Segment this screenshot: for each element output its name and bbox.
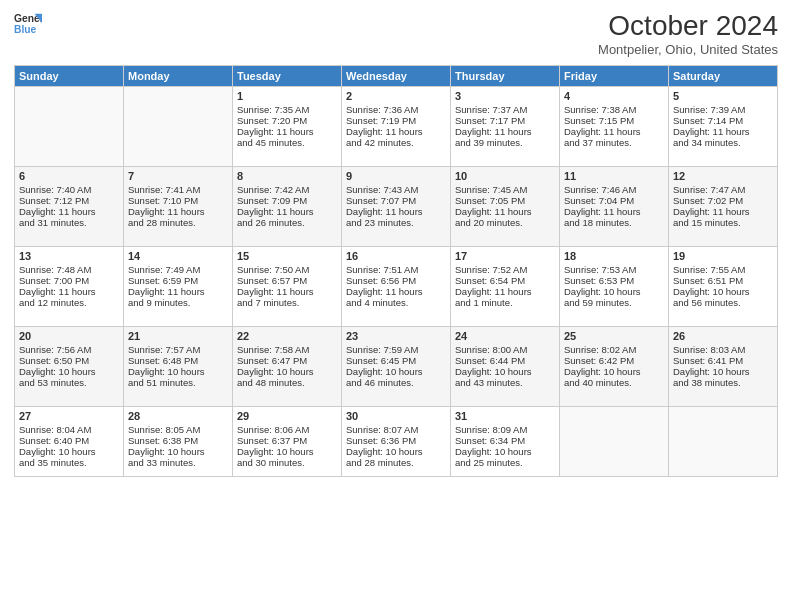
day-info-line: and 45 minutes. — [237, 137, 337, 148]
day-info-line: Sunrise: 7:42 AM — [237, 184, 337, 195]
day-number: 15 — [237, 250, 337, 262]
day-number: 5 — [673, 90, 773, 102]
day-info-line: and 28 minutes. — [346, 457, 446, 468]
day-info-line: Daylight: 10 hours — [346, 446, 446, 457]
day-number: 29 — [237, 410, 337, 422]
col-friday: Friday — [560, 66, 669, 87]
day-info-line: Sunrise: 8:06 AM — [237, 424, 337, 435]
day-number: 19 — [673, 250, 773, 262]
day-info-line: and 39 minutes. — [455, 137, 555, 148]
day-info-line: Sunrise: 7:51 AM — [346, 264, 446, 275]
day-number: 8 — [237, 170, 337, 182]
day-info-line: Sunrise: 8:09 AM — [455, 424, 555, 435]
day-info-line: Sunset: 7:15 PM — [564, 115, 664, 126]
day-number: 3 — [455, 90, 555, 102]
day-info-line: Sunrise: 7:38 AM — [564, 104, 664, 115]
day-info-line: Daylight: 10 hours — [128, 366, 228, 377]
day-number: 6 — [19, 170, 119, 182]
table-row: 8Sunrise: 7:42 AMSunset: 7:09 PMDaylight… — [233, 167, 342, 247]
day-info-line: Daylight: 10 hours — [19, 446, 119, 457]
day-number: 14 — [128, 250, 228, 262]
day-info-line: Daylight: 11 hours — [346, 206, 446, 217]
day-info-line: Sunrise: 8:03 AM — [673, 344, 773, 355]
table-row: 4Sunrise: 7:38 AMSunset: 7:15 PMDaylight… — [560, 87, 669, 167]
day-info-line: and 25 minutes. — [455, 457, 555, 468]
day-info-line: Sunrise: 7:39 AM — [673, 104, 773, 115]
day-number: 1 — [237, 90, 337, 102]
day-info-line: Daylight: 11 hours — [237, 126, 337, 137]
day-info-line: and 46 minutes. — [346, 377, 446, 388]
day-info-line: and 7 minutes. — [237, 297, 337, 308]
day-info-line: Sunset: 6:48 PM — [128, 355, 228, 366]
day-number: 22 — [237, 330, 337, 342]
table-row: 23Sunrise: 7:59 AMSunset: 6:45 PMDayligh… — [342, 327, 451, 407]
day-info-line: Sunrise: 7:35 AM — [237, 104, 337, 115]
day-info-line: Sunset: 7:20 PM — [237, 115, 337, 126]
table-row: 18Sunrise: 7:53 AMSunset: 6:53 PMDayligh… — [560, 247, 669, 327]
day-info-line: Sunset: 7:00 PM — [19, 275, 119, 286]
table-row: 22Sunrise: 7:58 AMSunset: 6:47 PMDayligh… — [233, 327, 342, 407]
table-row — [124, 87, 233, 167]
day-info-line: Sunset: 6:42 PM — [564, 355, 664, 366]
day-info-line: Sunset: 6:59 PM — [128, 275, 228, 286]
day-info-line: and 15 minutes. — [673, 217, 773, 228]
day-number: 21 — [128, 330, 228, 342]
col-wednesday: Wednesday — [342, 66, 451, 87]
table-row: 26Sunrise: 8:03 AMSunset: 6:41 PMDayligh… — [669, 327, 778, 407]
table-row — [669, 407, 778, 477]
day-number: 12 — [673, 170, 773, 182]
day-info-line: Daylight: 11 hours — [564, 126, 664, 137]
day-info-line: Sunset: 7:05 PM — [455, 195, 555, 206]
day-number: 9 — [346, 170, 446, 182]
day-info-line: Daylight: 11 hours — [346, 126, 446, 137]
table-row: 17Sunrise: 7:52 AMSunset: 6:54 PMDayligh… — [451, 247, 560, 327]
table-row: 12Sunrise: 7:47 AMSunset: 7:02 PMDayligh… — [669, 167, 778, 247]
day-info-line: Sunrise: 7:47 AM — [673, 184, 773, 195]
day-number: 26 — [673, 330, 773, 342]
table-row: 7Sunrise: 7:41 AMSunset: 7:10 PMDaylight… — [124, 167, 233, 247]
table-row: 6Sunrise: 7:40 AMSunset: 7:12 PMDaylight… — [15, 167, 124, 247]
day-info-line: Sunset: 6:53 PM — [564, 275, 664, 286]
table-row — [560, 407, 669, 477]
table-row — [15, 87, 124, 167]
col-tuesday: Tuesday — [233, 66, 342, 87]
table-row: 27Sunrise: 8:04 AMSunset: 6:40 PMDayligh… — [15, 407, 124, 477]
day-info-line: Sunrise: 7:56 AM — [19, 344, 119, 355]
day-number: 25 — [564, 330, 664, 342]
day-info-line: Sunset: 6:56 PM — [346, 275, 446, 286]
day-info-line: Sunset: 6:41 PM — [673, 355, 773, 366]
day-info-line: Sunset: 7:17 PM — [455, 115, 555, 126]
day-info-line: Sunrise: 7:50 AM — [237, 264, 337, 275]
day-info-line: Sunrise: 7:55 AM — [673, 264, 773, 275]
table-row: 10Sunrise: 7:45 AMSunset: 7:05 PMDayligh… — [451, 167, 560, 247]
col-saturday: Saturday — [669, 66, 778, 87]
day-number: 23 — [346, 330, 446, 342]
subtitle: Montpelier, Ohio, United States — [598, 42, 778, 57]
day-info-line: and 20 minutes. — [455, 217, 555, 228]
table-row: 9Sunrise: 7:43 AMSunset: 7:07 PMDaylight… — [342, 167, 451, 247]
table-row: 20Sunrise: 7:56 AMSunset: 6:50 PMDayligh… — [15, 327, 124, 407]
day-info-line: Sunrise: 7:46 AM — [564, 184, 664, 195]
day-info-line: Sunrise: 7:58 AM — [237, 344, 337, 355]
day-info-line: Sunset: 6:44 PM — [455, 355, 555, 366]
day-info-line: Sunrise: 7:59 AM — [346, 344, 446, 355]
day-info-line: Sunrise: 7:41 AM — [128, 184, 228, 195]
calendar: Sunday Monday Tuesday Wednesday Thursday… — [14, 65, 778, 477]
day-info-line: and 48 minutes. — [237, 377, 337, 388]
day-info-line: Sunrise: 7:49 AM — [128, 264, 228, 275]
table-row: 15Sunrise: 7:50 AMSunset: 6:57 PMDayligh… — [233, 247, 342, 327]
day-info-line: Sunrise: 7:43 AM — [346, 184, 446, 195]
table-row: 25Sunrise: 8:02 AMSunset: 6:42 PMDayligh… — [560, 327, 669, 407]
day-info-line: Sunset: 6:50 PM — [19, 355, 119, 366]
day-number: 10 — [455, 170, 555, 182]
day-info-line: and 26 minutes. — [237, 217, 337, 228]
day-info-line: Daylight: 11 hours — [346, 286, 446, 297]
svg-text:Blue: Blue — [14, 24, 37, 35]
day-number: 16 — [346, 250, 446, 262]
day-info-line: Sunrise: 8:07 AM — [346, 424, 446, 435]
day-info-line: Daylight: 10 hours — [237, 446, 337, 457]
day-info-line: Sunrise: 7:40 AM — [19, 184, 119, 195]
day-info-line: Daylight: 11 hours — [237, 206, 337, 217]
day-info-line: Daylight: 10 hours — [19, 366, 119, 377]
table-row: 30Sunrise: 8:07 AMSunset: 6:36 PMDayligh… — [342, 407, 451, 477]
